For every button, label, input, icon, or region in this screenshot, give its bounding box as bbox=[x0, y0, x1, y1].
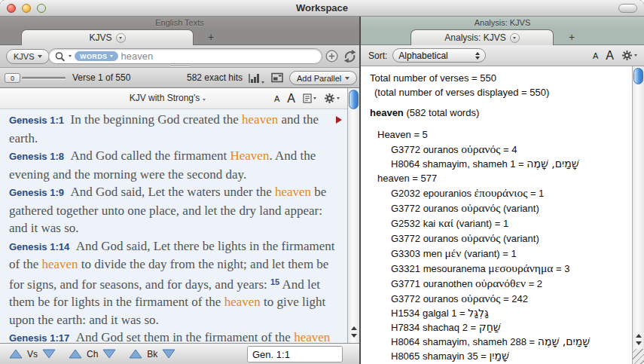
decrease-font-button[interactable]: A bbox=[274, 94, 279, 103]
goto-verse-combo bbox=[247, 346, 343, 362]
greek-word: οὐρανός bbox=[461, 201, 500, 214]
sort-value: Alphabetical bbox=[398, 50, 475, 61]
analysis-entry: H8064 shamayim, shameh שָׁמַיִם, שָׁמֶה … bbox=[368, 335, 632, 349]
scroll-down-arrow[interactable] bbox=[351, 334, 357, 338]
next-chapter-button[interactable] bbox=[102, 349, 116, 359]
entry-text: G3321 mesouranema bbox=[391, 263, 488, 274]
vs-label: Vs bbox=[27, 349, 38, 359]
scroll-thumb[interactable] bbox=[349, 90, 359, 109]
entry-text: (variant) bbox=[500, 203, 539, 214]
entry-text: G3303 men bbox=[391, 248, 445, 259]
right-tab-bar: Analysis: KJVS + bbox=[361, 29, 644, 45]
increase-font-button[interactable]: A bbox=[606, 49, 614, 63]
search-bar: KJVS WORDS heaven bbox=[0, 45, 359, 68]
decrease-font-button[interactable]: A bbox=[593, 51, 598, 60]
add-search-term-button[interactable] bbox=[325, 50, 338, 63]
hit-word: heaven bbox=[242, 112, 278, 127]
entry-text: = 2 bbox=[462, 322, 479, 333]
context-slider-value[interactable]: 0 bbox=[5, 73, 20, 83]
add-parallel-button[interactable]: Add Parallel bbox=[289, 71, 357, 85]
entry-text: (variant) = 1 bbox=[461, 248, 516, 259]
window-resize-grip[interactable] bbox=[633, 349, 644, 364]
result-toolbar: 0 Verse 1 of 550 582 exact hits Add Para… bbox=[0, 68, 359, 88]
next-book-button[interactable] bbox=[162, 349, 175, 359]
entry-text: heaven = 577 bbox=[377, 173, 437, 184]
bible-text-area: Genesis 1:1 In the beginning God created… bbox=[0, 109, 347, 343]
hebrew-word: שָׁמַיִן bbox=[489, 350, 508, 362]
popup-stepper-icon bbox=[475, 52, 480, 60]
text-browser-icon[interactable] bbox=[271, 72, 284, 83]
search-scope-token[interactable]: WORDS bbox=[75, 51, 118, 61]
tab-menu-button[interactable] bbox=[116, 33, 126, 43]
search-menu-caret-icon[interactable] bbox=[69, 55, 72, 57]
previous-verse-button[interactable] bbox=[9, 349, 23, 359]
scroll-up-arrow[interactable] bbox=[636, 334, 642, 338]
analysis-entry: Heaven = 5 bbox=[368, 127, 632, 142]
hit-marker-icon bbox=[336, 116, 342, 124]
displayed-verses-line: (total number of verses displayed = 550) bbox=[368, 86, 632, 100]
previous-book-button[interactable] bbox=[129, 349, 142, 359]
entry-text: Heaven = 5 bbox=[377, 129, 428, 140]
pane-resize-handle[interactable] bbox=[170, 63, 190, 66]
next-verse-button[interactable] bbox=[42, 349, 56, 359]
verse-text: And God said, Let the waters under the bbox=[71, 185, 275, 199]
search-icon[interactable] bbox=[55, 51, 66, 62]
scroll-up-arrow[interactable] bbox=[351, 326, 357, 330]
entry-text: = 288 bbox=[510, 336, 538, 347]
goto-verse-input[interactable] bbox=[248, 347, 343, 362]
verse: Genesis 1:1 In the beginning God created… bbox=[9, 111, 337, 147]
hebrew-word: שַׁחַק bbox=[479, 321, 501, 333]
gear-icon[interactable] bbox=[621, 50, 637, 61]
new-tab-button[interactable]: + bbox=[197, 29, 224, 45]
bk-label: Bk bbox=[147, 349, 157, 359]
analysis-entry: G3303 men μέν (variant) = 1 bbox=[368, 246, 632, 261]
hebrew-word: שָׁמַיִם, שָׁמֶה bbox=[526, 158, 578, 170]
toolbar-toggle-button[interactable] bbox=[618, 4, 637, 13]
hit-word: heaven bbox=[294, 330, 330, 343]
scroll-track[interactable] bbox=[348, 88, 359, 320]
entry-text: = 3 bbox=[553, 263, 569, 274]
text-scrollbar[interactable] bbox=[347, 88, 359, 343]
workspace-window: Workspace English Texts KJVS + KJVS bbox=[0, 0, 644, 364]
scroll-track[interactable] bbox=[633, 66, 644, 329]
entry-text: G3772 ouranos bbox=[391, 203, 461, 214]
verse-ref: Genesis 1:9 bbox=[9, 187, 64, 198]
previous-chapter-button[interactable] bbox=[69, 349, 82, 359]
verse-number: 15 bbox=[270, 277, 279, 286]
new-tab-button[interactable]: + bbox=[558, 29, 585, 45]
entry-text: (variant) bbox=[500, 233, 539, 244]
greek-word: ἐπουράνιος bbox=[475, 186, 528, 199]
verse-list: Genesis 1:1 In the beginning God created… bbox=[9, 111, 337, 343]
increase-font-button[interactable]: A bbox=[287, 92, 295, 106]
tab-menu-button[interactable] bbox=[510, 33, 520, 43]
search-input[interactable]: WORDS heaven bbox=[48, 48, 322, 64]
search-query-text: heaven bbox=[121, 50, 154, 62]
entry-text: = 242 bbox=[500, 293, 528, 304]
tab-kjvs[interactable]: KJVS bbox=[21, 29, 194, 45]
entry-text: = 1 bbox=[527, 188, 544, 199]
research-icon[interactable] bbox=[342, 48, 358, 64]
analysis-scrollbar[interactable] bbox=[632, 66, 644, 364]
greek-word: μεσουράνημα bbox=[488, 262, 553, 274]
details-chart-icon[interactable] bbox=[249, 73, 264, 84]
module-select-button[interactable]: KJVS bbox=[6, 49, 50, 64]
entry-text: H1534 galgal bbox=[391, 307, 451, 319]
add-parallel-label: Add Parallel bbox=[297, 74, 341, 83]
sort-select[interactable]: Alphabetical bbox=[392, 48, 486, 63]
tab-kjvs-label: KJVS bbox=[89, 32, 111, 43]
verse-text: And God called the firmament bbox=[71, 148, 230, 163]
scroll-thumb[interactable] bbox=[633, 68, 643, 84]
analysis-results: Total number of verses = 550 (total numb… bbox=[361, 66, 632, 364]
context-slider[interactable] bbox=[22, 77, 66, 79]
analysis-entry: G3321 mesouranema μεσουράνημα = 3 bbox=[368, 261, 632, 276]
entry-text: G3772 ouranos bbox=[391, 233, 461, 244]
module-label: KJVS bbox=[14, 52, 35, 61]
analysis-entry: H1534 galgal גַּלְגַּל = 1 bbox=[368, 306, 632, 320]
analysis-entry: H7834 shachaq שַׁחַק = 2 bbox=[368, 320, 632, 335]
tab-analysis-kjvs[interactable]: Analysis: KJVS bbox=[411, 29, 554, 45]
scroll-down-arrow[interactable] bbox=[636, 341, 642, 345]
display-settings-icon[interactable] bbox=[303, 93, 316, 103]
gear-icon[interactable] bbox=[324, 93, 340, 104]
verse-text: In the beginning God created the bbox=[71, 112, 243, 127]
hit-count-label: 582 exact hits bbox=[187, 68, 243, 87]
